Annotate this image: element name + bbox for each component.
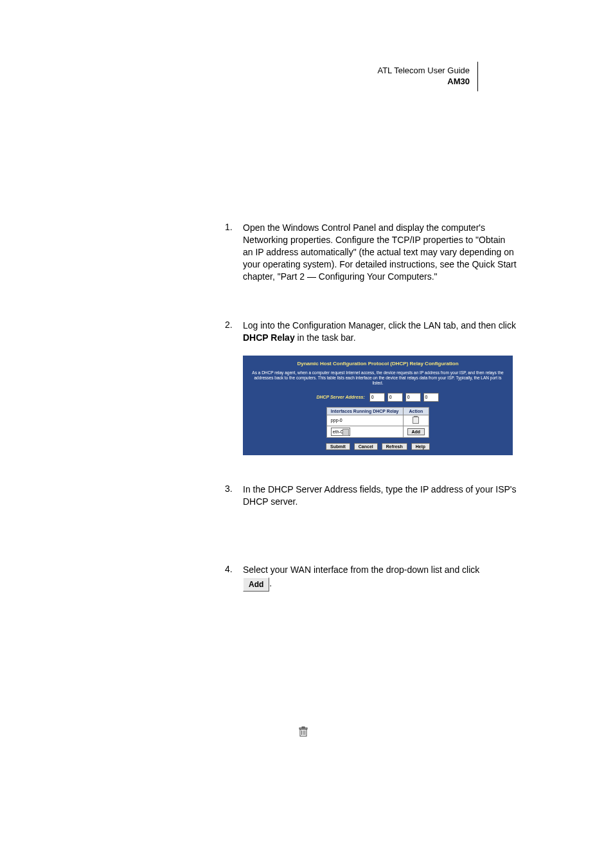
step-2-bold: DHCP Relay <box>243 332 295 343</box>
panel-buttons: Submit Cancel Refresh Help <box>243 443 513 450</box>
svg-rect-5 <box>302 727 305 728</box>
step-3: 3. In the DHCP Server Address fields, ty… <box>225 484 517 508</box>
step-text: In the DHCP Server Address fields, type … <box>243 484 517 508</box>
table-row: eth-0 Add <box>326 426 429 437</box>
step-2-pre: Log into the Configuration Manager, clic… <box>243 320 516 330</box>
ip-octet-2[interactable]: 0 <box>387 393 403 402</box>
step-number: 2. <box>225 320 243 344</box>
step-4-text: Select your WAN interface from the drop-… <box>243 565 479 575</box>
page-header: ATL Telecom User Guide AM30 <box>377 62 478 91</box>
help-button[interactable]: Help <box>411 443 430 450</box>
cancel-button[interactable]: Cancel <box>354 443 378 450</box>
step-4: 4. Select your WAN interface from the dr… <box>225 564 517 592</box>
step-text: Select your WAN interface from the drop-… <box>243 564 517 592</box>
ip-octet-4[interactable]: 0 <box>423 393 439 402</box>
action-cell: Add <box>403 426 429 437</box>
dhcp-server-address-row: DHCP Server Address: 0 0 0 0 <box>243 390 513 407</box>
dhcp-relay-panel: Dynamic Host Configuration Protocol (DHC… <box>243 356 513 455</box>
step-number: 3. <box>225 484 243 508</box>
step-2: 2. Log into the Configuration Manager, c… <box>225 320 517 344</box>
ip-octet-3[interactable]: 0 <box>405 393 421 402</box>
step-2-post: in the task bar. <box>295 332 356 343</box>
table-row: ppp-0 <box>326 415 429 426</box>
step-text: Log into the Configuration Manager, clic… <box>243 320 517 344</box>
panel-title: Dynamic Host Configuration Protocol (DHC… <box>243 356 513 370</box>
panel-description: As a DHCP relay agent, when a computer r… <box>243 370 513 390</box>
header-line-1: ATL Telecom User Guide <box>377 66 470 77</box>
interface-select-cell: eth-0 <box>326 426 403 437</box>
interfaces-table: Interfaces Running DHCP Relay Action ppp… <box>326 407 429 438</box>
submit-button[interactable]: Submit <box>326 443 350 450</box>
instructions-content: 1. Open the Windows Control Panel and di… <box>225 222 517 597</box>
ip-octet-1[interactable]: 0 <box>369 393 385 402</box>
action-cell <box>403 415 429 426</box>
step-number: 4. <box>225 564 243 592</box>
interface-cell: ppp-0 <box>326 415 403 426</box>
interface-select[interactable]: eth-0 <box>331 428 350 436</box>
col-action: Action <box>403 407 429 415</box>
col-interfaces: Interfaces Running DHCP Relay <box>326 407 403 415</box>
add-button[interactable]: Add <box>407 428 425 435</box>
step-4-post: . <box>269 578 272 588</box>
step-1: 1. Open the Windows Control Panel and di… <box>225 222 517 282</box>
dhcp-server-address-label: DHCP Server Address: <box>316 395 364 399</box>
refresh-button[interactable]: Refresh <box>382 443 407 450</box>
step-text: Open the Windows Control Panel and displ… <box>243 222 517 282</box>
add-button-image: Add <box>243 577 269 592</box>
header-line-2: AM30 <box>377 77 470 87</box>
delete-icon[interactable] <box>413 417 419 424</box>
trash-icon <box>299 727 308 739</box>
step-number: 1. <box>225 222 243 282</box>
